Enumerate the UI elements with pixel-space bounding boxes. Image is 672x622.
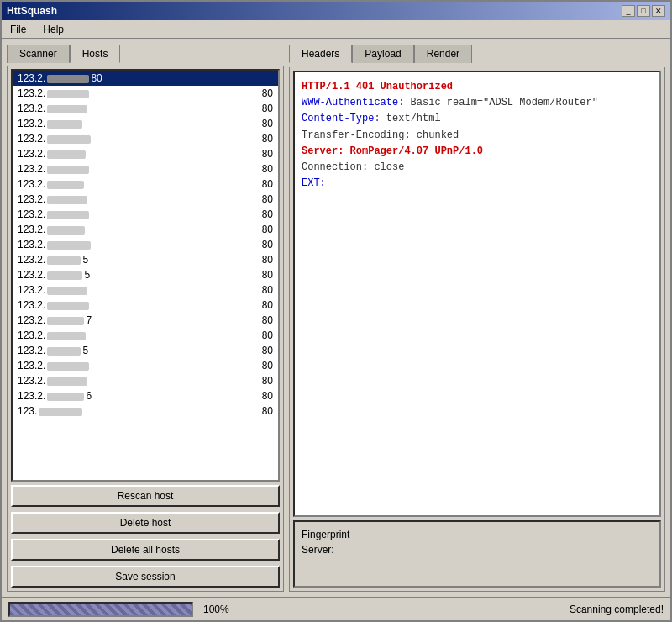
list-item[interactable]: 123.2. 80 <box>13 207 278 222</box>
list-item[interactable]: 123.2. 80 <box>13 282 278 298</box>
menu-help[interactable]: Help <box>38 22 69 37</box>
list-item[interactable]: 123.2. 80 <box>13 222 278 237</box>
right-panel: Headers Payload Render HTTP/1.1 401 Unau… <box>289 44 665 592</box>
list-item[interactable]: 123.2. 80 <box>13 177 278 192</box>
list-item[interactable]: 123.2. 80 <box>13 101 278 116</box>
progress-bar-container <box>8 602 193 617</box>
progress-bar-fill <box>10 604 192 615</box>
delete-host-button[interactable]: Delete host <box>11 512 280 534</box>
minimize-button[interactable]: _ <box>622 5 635 17</box>
left-panel: Scanner Hosts 123.2.80 123.2. 80 <box>7 44 284 592</box>
header-line-5: Server: RomPager/4.07 UPnP/1.0 <box>302 144 653 160</box>
left-tabs: Scanner Hosts <box>7 44 284 62</box>
left-panel-inner: 123.2.80 123.2. 80 123.2. 80 123.2. 80 <box>7 66 284 592</box>
list-item[interactable]: 123.2. 80 <box>13 146 278 161</box>
list-item[interactable]: 123.2. 80 <box>13 116 278 131</box>
button-section: Rescan host Delete host Delete all hosts… <box>11 482 280 588</box>
save-session-button[interactable]: Save session <box>11 566 280 588</box>
list-item[interactable]: 123.2.5 80 <box>13 343 278 358</box>
fingerprint-panel: Fingerprint Server: <box>293 520 661 588</box>
list-item[interactable]: 123.2. 80 <box>13 358 278 373</box>
header-line-2: WWW-Authenticate: Basic realm="ADSL Mode… <box>302 95 653 111</box>
host-list-panel: 123.2.80 123.2. 80 123.2. 80 123.2. 80 <box>11 69 280 482</box>
list-item[interactable]: 123.2.5 80 <box>13 267 278 282</box>
list-item[interactable]: 123.2. 80 <box>13 298 278 313</box>
right-panel-inner: HTTP/1.1 401 Unauthorized WWW-Authentica… <box>289 67 665 592</box>
window-title: HttSquash <box>7 5 57 17</box>
header-line-4: Transfer-Encoding: chunked <box>302 128 653 144</box>
list-item[interactable]: 123.2. 80 <box>13 373 278 388</box>
tab-hosts[interactable]: Hosts <box>70 45 121 63</box>
list-item[interactable]: 123.2.6 80 <box>13 388 278 403</box>
fingerprint-server: Server: <box>302 544 653 556</box>
status-text: Scanning completed! <box>570 604 664 615</box>
header-line-3: Content-Type: text/html <box>302 111 653 127</box>
tab-payload[interactable]: Payload <box>352 45 413 63</box>
rescan-host-button[interactable]: Rescan host <box>11 485 280 507</box>
header-line-6: Connection: close <box>302 160 653 176</box>
status-bar: 100% Scanning completed! <box>2 597 670 620</box>
menu-bar: File Help <box>2 20 670 39</box>
tab-headers[interactable]: Headers <box>289 45 352 63</box>
list-item[interactable]: 123. 80 <box>13 403 278 419</box>
delete-all-hosts-button[interactable]: Delete all hosts <box>11 539 280 561</box>
header-line-7: EXT: <box>302 176 653 192</box>
progress-text: 100% <box>203 604 229 615</box>
fingerprint-title: Fingerprint <box>302 529 653 540</box>
list-item[interactable]: 123.2. 80 <box>13 131 278 146</box>
list-item[interactable]: 123.2.7 80 <box>13 313 278 328</box>
list-item[interactable]: 123.2.5 80 <box>13 252 278 267</box>
list-item[interactable]: 123.2. 80 <box>13 86 278 101</box>
main-window: HttSquash _ □ ✕ File Help Scanner Hosts <box>0 0 672 622</box>
headers-content-box: HTTP/1.1 401 Unauthorized WWW-Authentica… <box>293 71 661 517</box>
list-item[interactable]: 123.2.80 <box>13 71 278 86</box>
host-list[interactable]: 123.2.80 123.2. 80 123.2. 80 123.2. 80 <box>13 71 278 480</box>
list-item[interactable]: 123.2. 80 <box>13 237 278 252</box>
list-item[interactable]: 123.2. 80 <box>13 161 278 177</box>
tab-scanner[interactable]: Scanner <box>7 45 70 63</box>
header-line-1: HTTP/1.1 401 Unauthorized <box>302 79 653 95</box>
close-button[interactable]: ✕ <box>652 5 665 17</box>
main-content: Scanner Hosts 123.2.80 123.2. 80 <box>2 39 670 597</box>
maximize-button[interactable]: □ <box>637 5 650 17</box>
list-item[interactable]: 123.2. 80 <box>13 328 278 343</box>
title-bar-controls: _ □ ✕ <box>622 5 665 17</box>
title-bar: HttSquash _ □ ✕ <box>2 2 670 20</box>
tab-render[interactable]: Render <box>414 45 472 63</box>
menu-file[interactable]: File <box>5 22 31 37</box>
list-item[interactable]: 123.2. 80 <box>13 192 278 207</box>
right-tabs: Headers Payload Render <box>289 44 665 62</box>
